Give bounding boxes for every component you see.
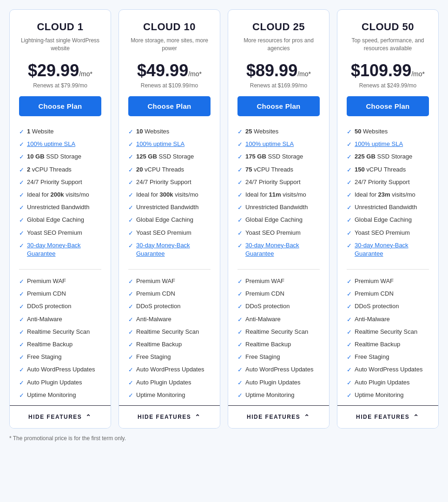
check-icon: ✓ <box>128 379 133 387</box>
feature-text: Realtime Backup <box>136 340 182 349</box>
feature-item: ✓ DDoS protection <box>347 300 429 313</box>
chevron-up-icon: ⌃ <box>304 413 310 421</box>
feature-link[interactable]: 100% uptime SLA <box>355 140 403 147</box>
check-icon: ✓ <box>128 328 133 337</box>
check-icon: ✓ <box>19 277 24 286</box>
choose-plan-button[interactable]: Choose Plan <box>128 96 211 116</box>
feature-text: 50 Websites <box>355 127 388 136</box>
price-row: $49.99/mo* <box>128 61 211 80</box>
feature-item: ✓ 30-day Money-Back Guarantee <box>19 239 101 260</box>
check-icon: ✓ <box>347 178 352 187</box>
feature-text: Yoast SEO Premium <box>355 229 410 237</box>
features-list-bottom: ✓ Premium WAF ✓ Premium CDN ✓ DDoS prote… <box>347 275 429 402</box>
feature-item: ✓ 30-day Money-Back Guarantee <box>347 239 429 260</box>
hide-features-bar[interactable]: HIDE FEATURES ⌃ <box>228 405 329 428</box>
check-icon: ✓ <box>347 277 352 286</box>
price-row: $89.99/mo* <box>237 61 320 80</box>
feature-item: ✓ 24/7 Priority Support <box>128 176 211 189</box>
chevron-up-icon: ⌃ <box>413 413 420 421</box>
check-icon: ✓ <box>237 140 243 149</box>
features-divider <box>347 269 429 270</box>
check-icon: ✓ <box>347 229 352 238</box>
hide-features-label: HIDE FEATURES <box>247 414 300 420</box>
check-icon: ✓ <box>128 341 133 349</box>
check-icon: ✓ <box>128 391 133 400</box>
feature-item: ✓ Ideal for 200k visits/mo <box>19 189 101 201</box>
feature-item: ✓ Uptime Monitoring <box>347 389 429 402</box>
check-icon: ✓ <box>237 391 243 400</box>
renews-text: Renews at $79.99/mo <box>19 82 101 89</box>
feature-item: ✓ Global Edge Caching <box>128 214 211 226</box>
feature-text: 100% uptime SLA <box>136 140 184 148</box>
feature-text: Yoast SEO Premium <box>245 229 301 237</box>
feature-item: ✓ 225 GB SSD Storage <box>347 151 429 163</box>
feature-text: Unrestricted Bandwidth <box>245 203 308 211</box>
feature-item: ✓ Yoast SEO Premium <box>128 227 211 239</box>
features-list-top: ✓ 1 Website ✓ 100% uptime SLA ✓ 10 GB SS… <box>19 126 101 260</box>
feature-link[interactable]: 100% uptime SLA <box>27 140 75 147</box>
hide-features-bar[interactable]: HIDE FEATURES ⌃ <box>337 405 438 428</box>
check-icon: ✓ <box>237 328 243 337</box>
feature-text: Premium CDN <box>355 290 394 298</box>
feature-text: 30-day Money-Back Guarantee <box>136 241 211 258</box>
feature-item: ✓ Premium CDN <box>128 288 211 300</box>
choose-plan-button[interactable]: Choose Plan <box>19 96 101 116</box>
check-icon: ✓ <box>19 353 24 362</box>
check-icon: ✓ <box>128 303 133 311</box>
hide-features-bar[interactable]: HIDE FEATURES ⌃ <box>119 405 220 428</box>
chevron-up-icon: ⌃ <box>86 413 92 421</box>
feature-link[interactable]: 30-day Money-Back Guarantee <box>245 242 299 257</box>
feature-text: Auto Plugin Updates <box>245 378 301 387</box>
hide-features-bar[interactable]: HIDE FEATURES ⌃ <box>10 405 111 428</box>
feature-text: Uptime Monitoring <box>355 391 404 399</box>
check-icon: ✓ <box>128 242 133 250</box>
feature-text: Unrestricted Bandwidth <box>355 203 417 211</box>
feature-item: ✓ 2 vCPU Threads <box>19 164 101 176</box>
footnote: * The promotional price is for the first… <box>9 435 439 442</box>
feature-item: ✓ 175 GB SSD Storage <box>237 151 320 163</box>
feature-link[interactable]: 30-day Money-Back Guarantee <box>136 242 190 257</box>
feature-bold: 150 <box>355 166 365 173</box>
plan-name: CLOUD 25 <box>237 21 320 33</box>
feature-item: ✓ Ideal for 300k visits/mo <box>128 189 211 201</box>
feature-item: ✓ Unrestricted Bandwidth <box>19 201 101 214</box>
feature-bold: 75 <box>245 166 252 173</box>
feature-item: ✓ Auto Plugin Updates <box>237 376 320 389</box>
features-list-top: ✓ 25 Websites ✓ 100% uptime SLA ✓ 175 GB… <box>237 126 320 260</box>
feature-text: Auto WordPress Updates <box>245 365 313 374</box>
feature-link[interactable]: 30-day Money-Back Guarantee <box>27 242 81 257</box>
feature-item: ✓ Yoast SEO Premium <box>19 227 101 239</box>
feature-text: DDoS protection <box>355 302 399 310</box>
feature-text: Realtime Security Scan <box>245 328 308 336</box>
feature-link[interactable]: 100% uptime SLA <box>136 140 184 147</box>
feature-item: ✓ Auto Plugin Updates <box>347 376 429 389</box>
feature-link[interactable]: 100% uptime SLA <box>245 140 294 147</box>
check-icon: ✓ <box>237 204 243 212</box>
check-icon: ✓ <box>237 277 243 286</box>
choose-plan-button[interactable]: Choose Plan <box>347 96 429 116</box>
feature-bold: 225 GB <box>355 153 376 160</box>
feature-link[interactable]: 30-day Money-Back Guarantee <box>355 242 408 257</box>
feature-bold: 20 <box>136 166 143 173</box>
feature-text: Uptime Monitoring <box>27 391 76 399</box>
check-icon: ✓ <box>347 140 352 149</box>
feature-text: 20 vCPU Threads <box>136 165 184 174</box>
feature-text: Realtime Security Scan <box>136 328 199 336</box>
plan-card-cloud10: CLOUD 10 More storage, more sites, more … <box>119 9 220 429</box>
renews-text: Renews at $169.99/mo <box>237 82 320 89</box>
price-row: $29.99/mo* <box>19 61 101 80</box>
feature-item: ✓ Ideal for 23m visits/mo <box>347 189 429 201</box>
feature-item: ✓ 10 Websites <box>128 126 211 138</box>
check-icon: ✓ <box>347 316 352 324</box>
check-icon: ✓ <box>128 178 133 187</box>
price-period: /mo* <box>411 70 425 78</box>
feature-text: Uptime Monitoring <box>136 391 185 399</box>
check-icon: ✓ <box>347 166 352 174</box>
feature-item: ✓ Realtime Security Scan <box>237 326 320 338</box>
check-icon: ✓ <box>19 140 24 149</box>
feature-text: 10 GB SSD Storage <box>27 152 81 161</box>
check-icon: ✓ <box>19 128 24 136</box>
feature-text: Yoast SEO Premium <box>27 229 82 237</box>
choose-plan-button[interactable]: Choose Plan <box>237 96 320 116</box>
check-icon: ✓ <box>347 216 352 225</box>
